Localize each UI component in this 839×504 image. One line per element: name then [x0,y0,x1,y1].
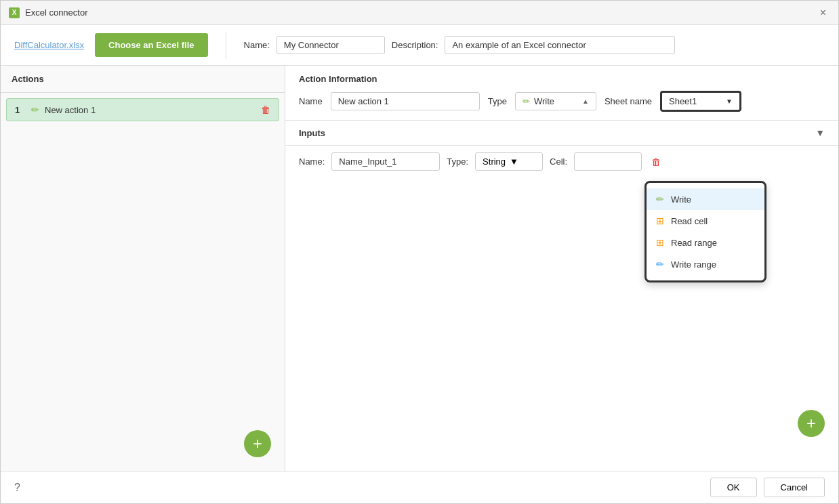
main-content: Actions 1 ✏ New action 1 🗑 + Action Info… [1,66,838,471]
action-name: New action 1 [45,105,255,115]
action-info-row: Name Type ✏ Write ▲ Sheet name Sheet1 ▼ [299,91,825,112]
bottom-bar: ? OK Cancel [1,471,838,503]
collapse-icon[interactable]: ▼ [815,127,825,138]
dropdown-item-read-range-label: Read range [671,238,717,248]
read-cell-icon: ⊞ [656,215,664,226]
dropdown-item-write-label: Write [671,194,691,205]
input-type-value: String [483,156,506,167]
input-type-dropdown[interactable]: String ▼ [475,152,543,171]
dropdown-item-write[interactable]: ✏ Write [647,188,764,210]
sheet-dropdown-arrow: ▼ [726,98,733,105]
input-name-field[interactable] [331,152,440,171]
input-name-label: Name: [299,156,325,167]
action-number: 1 [15,105,26,115]
cell-input[interactable] [574,152,642,171]
type-dropdown-arrow: ▲ [582,98,589,105]
input-type-arrow: ▼ [510,156,518,167]
input-type-label: Type: [447,156,468,167]
connector-name-input[interactable] [277,36,385,54]
row-delete-icon[interactable]: 🗑 [651,156,661,167]
write-range-icon: ✏ [656,259,664,270]
title-bar-left: X Excel connector [9,7,88,18]
add-action-button[interactable]: + [244,430,271,457]
divider [226,32,226,59]
choose-file-button[interactable]: Choose an Excel file [95,33,207,57]
close-button[interactable]: × [816,5,830,20]
action-edit-icon: ✏ [31,104,39,115]
connector-section: Name: Description: [244,36,825,54]
add-input-button[interactable]: + [798,410,825,437]
type-dropdown-button[interactable]: ✏ Write ▲ [515,92,596,110]
dropdown-item-read-cell[interactable]: ⊞ Read cell [647,210,764,232]
ok-button[interactable]: OK [710,478,757,497]
left-panel: Actions 1 ✏ New action 1 🗑 + [1,66,285,471]
connector-description-input[interactable] [445,36,675,54]
dropdown-item-write-range[interactable]: ✏ Write range [647,253,764,275]
dropdown-item-write-range-label: Write range [671,259,716,270]
cancel-button[interactable]: Cancel [764,478,825,497]
help-icon[interactable]: ? [14,482,20,494]
input-row: Name: Type: String ▼ Cell: 🗑 [285,146,838,177]
type-dropdown-menu: ✏ Write ⊞ Read cell ⊞ Read range ✏ Write… [644,181,766,282]
inputs-header: Inputs ▼ [285,121,838,146]
top-bar: DiffCalculator.xlsx Choose an Excel file… [1,25,838,66]
description-label: Description: [392,40,438,50]
app-icon: X [9,7,20,18]
action-name-input[interactable] [331,92,480,110]
action-info-title: Action Information [299,74,825,84]
excel-connector-dialog: X Excel connector × DiffCalculator.xlsx … [0,0,839,504]
type-label: Type [488,96,507,106]
inputs-section: Inputs ▼ Name: Type: String ▼ Cell: 🗑 [285,121,838,471]
action-name-label: Name [299,96,323,106]
cell-label: Cell: [550,156,567,167]
type-value: Write [534,96,578,106]
name-label: Name: [244,40,270,50]
sheet-name-label: Sheet name [605,96,652,106]
title-bar: X Excel connector × [1,1,838,25]
sheet-name-value: Sheet1 [669,96,722,106]
file-link[interactable]: DiffCalculator.xlsx [14,40,84,50]
right-panel: Action Information Name Type ✏ Write ▲ S… [285,66,838,471]
dialog-buttons: OK Cancel [710,478,825,497]
dropdown-item-read-range[interactable]: ⊞ Read range [647,232,764,253]
dialog-title: Excel connector [25,7,88,18]
actions-header: Actions [1,66,285,93]
action-item[interactable]: 1 ✏ New action 1 🗑 [6,98,279,121]
dropdown-item-read-cell-label: Read cell [671,216,708,226]
inputs-title: Inputs [299,128,325,138]
action-info-section: Action Information Name Type ✏ Write ▲ S… [285,66,838,121]
sheet-name-dropdown[interactable]: Sheet1 ▼ [660,91,741,112]
action-delete-icon[interactable]: 🗑 [261,104,270,115]
type-icon: ✏ [523,96,530,106]
write-icon: ✏ [656,194,664,205]
read-range-icon: ⊞ [656,237,664,248]
